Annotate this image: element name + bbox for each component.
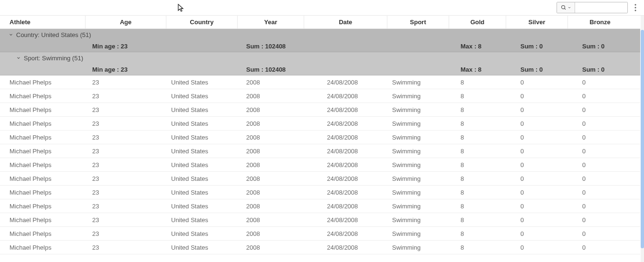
cell-age: 23 — [86, 213, 166, 226]
cell-bronze: 0 — [568, 227, 632, 240]
group-row-country[interactable]: Country: United States (51) — [0, 29, 640, 40]
col-header-label: Silver — [529, 19, 545, 26]
table-row[interactable]: Michael Phelps23United States200824/08/2… — [0, 241, 640, 254]
table-row[interactable]: Michael Phelps23United States200824/08/2… — [0, 144, 640, 158]
search-input[interactable] — [575, 2, 627, 13]
col-header-label: Athlete — [10, 19, 30, 26]
table-row[interactable]: Michael Phelps23United States200824/08/2… — [0, 213, 640, 227]
data-grid: Athlete Age Country Year Date Sport Gold… — [0, 16, 640, 262]
cell-date: 24/08/2008 — [304, 172, 387, 185]
cell-gold: 8 — [449, 103, 506, 116]
agg-age: Min age : 23 — [86, 64, 166, 75]
cell-country: United States — [166, 213, 238, 226]
cell-bronze: 0 — [568, 103, 632, 116]
cell-country: United States — [166, 241, 238, 254]
cell-date: 24/08/2008 — [304, 75, 387, 89]
cell-year: 2008 — [238, 158, 304, 171]
cell-year: 2008 — [238, 131, 304, 144]
cell-country: United States — [166, 158, 238, 171]
col-header-sport[interactable]: Sport — [387, 16, 449, 28]
cell-sport: Swimming — [387, 144, 449, 158]
grid-toolbar — [0, 0, 644, 15]
cell-date: 24/08/2008 — [304, 199, 387, 213]
cell-age: 23 — [86, 89, 166, 103]
cell-date: 24/08/2008 — [304, 117, 387, 130]
cell-bronze: 0 — [568, 117, 632, 130]
col-header-label: Year — [264, 19, 277, 26]
cell-gold: 8 — [449, 186, 506, 199]
cell-gold: 8 — [449, 131, 506, 144]
cell-silver: 0 — [506, 75, 568, 89]
table-row[interactable]: Michael Phelps23United States200824/08/2… — [0, 117, 640, 131]
cell-gold: 8 — [449, 199, 506, 213]
cell-sport: Swimming — [387, 199, 449, 213]
cell-silver: 0 — [506, 117, 568, 130]
group-aggregate-sport: Min age : 23 Sum : 102408 Max : 8 Sum : … — [0, 64, 640, 75]
table-row[interactable]: Michael Phelps23United States200824/08/2… — [0, 199, 640, 213]
vertical-scrollbar-thumb[interactable] — [641, 30, 644, 248]
svg-point-2 — [634, 4, 636, 5]
vertical-scrollbar-track[interactable] — [641, 16, 644, 262]
cell-silver: 0 — [506, 89, 568, 103]
group-row-sport[interactable]: Sport: Swimming (51) — [0, 52, 640, 64]
cell-country: United States — [166, 89, 238, 103]
cell-date: 24/08/2008 — [304, 89, 387, 103]
cell-country: United States — [166, 131, 238, 144]
cell-year: 2008 — [238, 227, 304, 240]
col-header-label: Country — [190, 19, 214, 26]
cell-age: 23 — [86, 241, 166, 254]
agg-bronze: Sum : 0 — [568, 40, 632, 52]
chevron-down-icon — [9, 32, 14, 37]
cell-gold: 8 — [449, 75, 506, 89]
svg-point-4 — [634, 9, 636, 11]
cell-date: 24/08/2008 — [304, 186, 387, 199]
cell-sport: Swimming — [387, 186, 449, 199]
cell-silver: 0 — [506, 144, 568, 158]
col-header-label: Gold — [471, 19, 485, 26]
toolbar-more-button[interactable] — [631, 2, 640, 13]
table-row[interactable]: Michael Phelps23United States200824/08/2… — [0, 172, 640, 186]
cell-sport: Swimming — [387, 103, 449, 116]
cell-silver: 0 — [506, 158, 568, 171]
col-header-year[interactable]: Year — [238, 16, 304, 28]
col-header-gold[interactable]: Gold — [449, 16, 506, 28]
table-row[interactable]: Michael Phelps23United States200824/08/2… — [0, 227, 640, 241]
table-row[interactable]: Michael Phelps23United States200824/08/2… — [0, 103, 640, 117]
cell-country: United States — [166, 186, 238, 199]
cell-age: 23 — [86, 75, 166, 89]
col-header-date[interactable]: Date — [304, 16, 387, 28]
cell-country: United States — [166, 75, 238, 89]
col-header-silver[interactable]: Silver — [506, 16, 568, 28]
col-header-label: Sport — [410, 19, 426, 26]
cell-bronze: 0 — [568, 144, 632, 158]
table-row[interactable]: Michael Phelps23United States200824/08/2… — [0, 186, 640, 199]
cell-year: 2008 — [238, 117, 304, 130]
cell-date: 24/08/2008 — [304, 131, 387, 144]
search-dropdown-button[interactable] — [557, 2, 575, 13]
cell-sport: Swimming — [387, 89, 449, 103]
cell-athlete: Michael Phelps — [0, 144, 86, 158]
table-row[interactable]: Michael Phelps23United States200824/08/2… — [0, 131, 640, 144]
col-header-athlete[interactable]: Athlete — [0, 16, 86, 28]
cell-silver: 0 — [506, 172, 568, 185]
col-header-age[interactable]: Age — [86, 16, 166, 28]
cell-country: United States — [166, 227, 238, 240]
cell-year: 2008 — [238, 103, 304, 116]
cell-silver: 0 — [506, 199, 568, 213]
chevron-down-icon — [567, 6, 571, 9]
column-header-row: Athlete Age Country Year Date Sport Gold… — [0, 16, 640, 29]
cell-country: United States — [166, 103, 238, 116]
col-header-label: Bronze — [589, 19, 610, 26]
table-row[interactable]: Michael Phelps23United States200824/08/2… — [0, 158, 640, 172]
table-row[interactable]: Michael Phelps23United States200824/08/2… — [0, 89, 640, 103]
cell-age: 23 — [86, 103, 166, 116]
cell-date: 24/08/2008 — [304, 227, 387, 240]
cell-age: 23 — [86, 144, 166, 158]
svg-line-1 — [564, 9, 566, 10]
table-row[interactable]: Michael Phelps23United States200824/08/2… — [0, 75, 640, 89]
cell-athlete: Michael Phelps — [0, 75, 86, 89]
cell-bronze: 0 — [568, 172, 632, 185]
cell-athlete: Michael Phelps — [0, 131, 86, 144]
col-header-country[interactable]: Country — [166, 16, 238, 28]
col-header-bronze[interactable]: Bronze — [568, 16, 632, 28]
